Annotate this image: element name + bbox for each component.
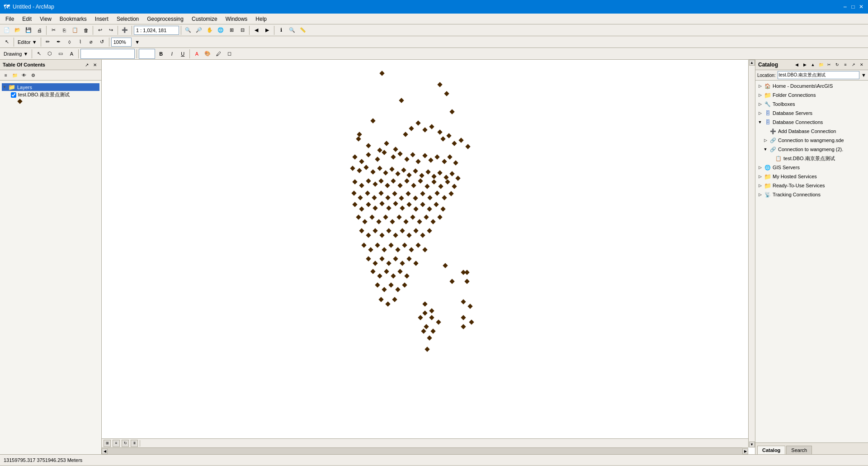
rotate-button[interactable]: ↺ — [97, 37, 107, 47]
catalog-item-home[interactable]: ▷ 🏠 Home - Documents\ArcGIS — [755, 81, 868, 90]
menu-item-selection[interactable]: Selection — [113, 15, 142, 23]
catalog-refresh-button[interactable]: ↻ — [834, 61, 841, 68]
catalog-up-button[interactable]: ▲ — [809, 61, 816, 68]
catalog-item-gis-servers[interactable]: ▷ 🌐 GIS Servers — [755, 163, 868, 172]
fixed-zoom-out-button[interactable]: ⊟ — [237, 25, 247, 35]
font-color-button[interactable]: A — [192, 49, 202, 59]
scroll-h-track[interactable] — [108, 448, 742, 454]
catalog-tab[interactable]: Catalog — [757, 446, 785, 454]
location-input[interactable] — [778, 71, 860, 79]
folder-conn-expand[interactable]: ▷ — [757, 92, 763, 98]
measure-button[interactable]: 📏 — [298, 25, 308, 35]
zoom-out-button[interactable]: 🔎 — [194, 25, 204, 35]
zoom-input[interactable] — [111, 38, 132, 47]
draw-text-button[interactable]: A — [66, 49, 76, 59]
font-name-input[interactable]: 宋体 — [80, 49, 135, 59]
draw-rect-button[interactable]: ▭ — [56, 49, 66, 59]
font-size-input[interactable]: 10 — [139, 49, 155, 59]
delete-button[interactable]: 🗑 — [81, 25, 91, 35]
ready-to-use-expand[interactable]: ▷ — [757, 183, 763, 188]
edit-vertices-button[interactable]: ◊ — [65, 37, 75, 47]
shadow-button[interactable]: ◻ — [224, 49, 234, 59]
bold-button[interactable]: B — [156, 49, 166, 59]
catalog-item-ready-to-use[interactable]: ▷ 📁 Ready-To-Use Services — [755, 181, 868, 190]
menu-item-customize[interactable]: Customize — [188, 15, 221, 23]
scroll-up-arrow[interactable]: ▲ — [749, 60, 755, 66]
scroll-right-arrow[interactable]: ▶ — [742, 448, 748, 454]
catalog-item-test-table[interactable]: ▷ 📋 test.DBO.南京景点测试 — [766, 154, 868, 163]
toc-float-button[interactable]: ↗ — [83, 61, 90, 68]
italic-button[interactable]: I — [167, 49, 177, 59]
fixed-zoom-in-button[interactable]: ⊞ — [226, 25, 236, 35]
underline-button[interactable]: U — [178, 49, 188, 59]
toolboxes-expand[interactable]: ▷ — [757, 101, 763, 107]
conn-wangmeng2-expand[interactable]: ▼ — [763, 147, 768, 152]
db-connections-expand[interactable]: ▼ — [757, 119, 763, 125]
menu-item-insert[interactable]: Insert — [91, 15, 112, 23]
layers-group-header[interactable]: ▼ 📁 Layers — [2, 83, 99, 91]
catalog-item-my-hosted[interactable]: ▷ 📁 My Hosted Services — [755, 172, 868, 181]
reshape-button[interactable]: ⌀ — [86, 37, 96, 47]
toc-close-button[interactable]: ✕ — [91, 61, 99, 68]
zoom-dropdown[interactable]: ▼ — [132, 37, 142, 47]
draw-polygon-button[interactable]: ⬡ — [45, 49, 55, 59]
menu-item-edit[interactable]: Edit — [19, 15, 35, 23]
map-horizontal-scrollbar[interactable]: ◀ ▶ — [102, 447, 748, 454]
scroll-left-arrow[interactable]: ◀ — [102, 448, 108, 454]
forward-button[interactable]: ▶ — [262, 25, 272, 35]
catalog-item-conn-wangmeng[interactable]: ▷ 🔗 Connection to wangmeng.sde — [761, 136, 868, 145]
catalog-close-button[interactable]: ✕ — [858, 61, 865, 68]
catalog-item-db-connections[interactable]: ▼ 🗄 Database Connections — [755, 118, 868, 127]
map-vertical-scrollbar[interactable]: ▲ ▼ — [748, 60, 755, 447]
edit-tool-button[interactable]: ✏ — [43, 37, 53, 47]
catalog-item-db-servers[interactable]: ▷ 🗄 Database Servers — [755, 109, 868, 118]
pan-button[interactable]: ✋ — [205, 25, 215, 35]
tracking-expand[interactable]: ▷ — [757, 192, 763, 197]
toc-options-button[interactable]: ⚙ — [29, 71, 37, 79]
back-button[interactable]: ◀ — [251, 25, 261, 35]
conn-wangmeng-expand[interactable]: ▷ — [763, 138, 768, 143]
scale-input[interactable]: 1 : 1,024, 181 — [134, 26, 179, 35]
layer-item[interactable]: test.DBO.南京景点测试 — [2, 91, 99, 99]
cut-button[interactable]: ✂ — [48, 25, 58, 35]
find-button[interactable]: 🔍 — [287, 25, 297, 35]
list-by-source-button[interactable]: 📁 — [11, 71, 19, 79]
map-layout-button[interactable]: ⊞ — [104, 440, 111, 447]
save-button[interactable]: 💾 — [24, 25, 33, 35]
menu-item-view[interactable]: View — [36, 15, 55, 23]
catalog-item-tracking[interactable]: ▷ 📡 Tracking Connections — [755, 190, 868, 199]
catalog-float-button[interactable]: ↗ — [850, 61, 857, 68]
map-canvas[interactable]: ▲ ▼ ◀ ▶ ⊞ ≡ ↻ ⏸ — [102, 60, 755, 454]
scroll-down-arrow[interactable]: ▼ — [749, 442, 755, 447]
maximize-button[interactable]: □ — [850, 4, 856, 10]
identify-button[interactable]: ℹ — [276, 25, 286, 35]
paste-button[interactable]: 📋 — [70, 25, 80, 35]
sketch-button[interactable]: ✒ — [54, 37, 64, 47]
full-extent-button[interactable]: 🌐 — [216, 25, 226, 35]
add-data-button[interactable]: ➕ — [120, 25, 130, 35]
minimize-button[interactable]: − — [842, 4, 848, 10]
map-data-button[interactable]: ≡ — [113, 440, 120, 447]
catalog-prev-button[interactable]: ◀ — [793, 61, 800, 68]
catalog-item-folder-connections[interactable]: ▷ 📁 Folder Connections — [755, 90, 868, 100]
split-button[interactable]: ⌇ — [75, 37, 85, 47]
new-button[interactable]: 📄 — [2, 25, 12, 35]
list-by-drawing-order-button[interactable]: ≡ — [2, 71, 10, 79]
db-servers-expand[interactable]: ▷ — [757, 110, 763, 116]
close-button[interactable]: ✕ — [858, 4, 864, 10]
line-color-button[interactable]: 🖊 — [213, 49, 223, 59]
redo-button[interactable]: ↪ — [106, 25, 116, 35]
menu-item-windows[interactable]: Windows — [222, 15, 251, 23]
layer-checkbox[interactable] — [11, 92, 16, 98]
catalog-disconnect-button[interactable]: ✂ — [826, 61, 833, 68]
menu-item-bookmarks[interactable]: Bookmarks — [56, 15, 90, 23]
catalog-connect-button[interactable]: 📁 — [817, 61, 825, 68]
open-button[interactable]: 📂 — [13, 25, 23, 35]
draw-select-button[interactable]: ↖ — [34, 49, 44, 59]
fill-color-button[interactable]: 🎨 — [203, 49, 212, 59]
zoom-in-button[interactable]: 🔍 — [183, 25, 193, 35]
undo-button[interactable]: ↩ — [95, 25, 105, 35]
catalog-item-conn-wangmeng2[interactable]: ▼ 🔗 Connection to wangmeng (2). — [761, 145, 868, 154]
select-button[interactable]: ↖ — [2, 37, 12, 47]
layers-expand[interactable]: ▼ — [3, 85, 6, 89]
